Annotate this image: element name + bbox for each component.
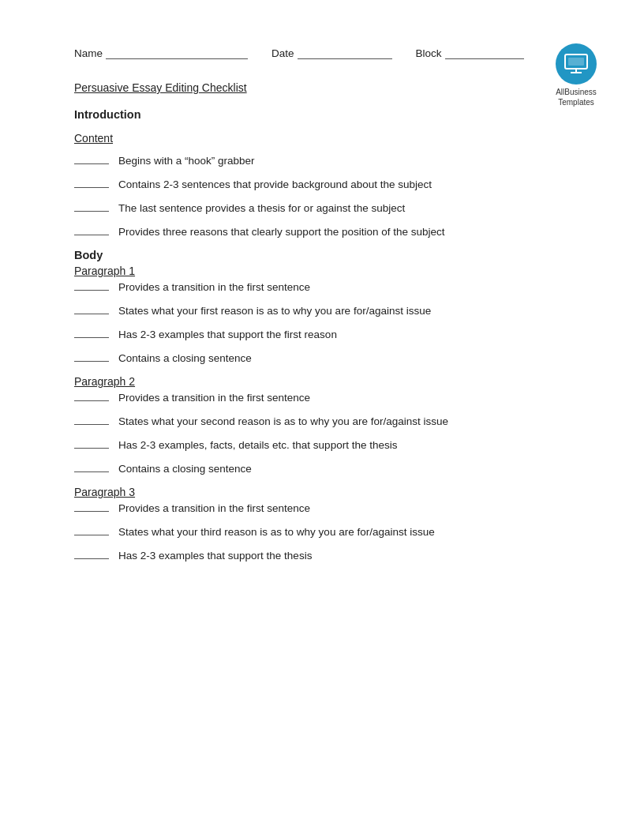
blank-4 bbox=[74, 225, 109, 235]
intro-item-3: The last sentence provides a thesis for … bbox=[74, 201, 570, 214]
introduction-heading: Introduction bbox=[74, 108, 570, 121]
date-line bbox=[298, 48, 392, 59]
paragraph3-heading: Paragraph 3 bbox=[74, 486, 570, 498]
p1-item-1: Provides a transition in the first sente… bbox=[74, 280, 570, 293]
logo-area: AllBusinessTemplates bbox=[556, 43, 597, 107]
p1-item-3: Has 2-3 examples that support the first … bbox=[74, 328, 570, 340]
logo-text: AllBusinessTemplates bbox=[556, 87, 597, 107]
block-field: Block bbox=[416, 47, 548, 59]
intro-item-1: Begins with a “hook” grabber bbox=[74, 154, 570, 167]
p2-item-4: Contains a closing sentence bbox=[74, 462, 570, 475]
blank-p2-4 bbox=[74, 462, 109, 472]
body-heading: Body bbox=[74, 249, 570, 261]
p3-item-2: States what your third reason is as to w… bbox=[74, 525, 570, 538]
blank-p2-2 bbox=[74, 415, 109, 425]
blank-2 bbox=[74, 178, 109, 188]
p3-item-1: Provides a transition in the first sente… bbox=[74, 502, 570, 514]
name-field: Name bbox=[74, 47, 271, 59]
p2-item-3: Has 2-3 examples, facts, details etc. th… bbox=[74, 438, 570, 451]
intro-item-4: Provides three reasons that clearly supp… bbox=[74, 225, 570, 238]
name-line bbox=[106, 48, 248, 59]
date-label: Date bbox=[271, 47, 294, 59]
svg-rect-3 bbox=[568, 58, 584, 66]
paragraph2-heading: Paragraph 2 bbox=[74, 375, 570, 388]
block-label: Block bbox=[416, 47, 442, 59]
blank-1 bbox=[74, 154, 109, 164]
introduction-items: Begins with a “hook” grabber Contains 2-… bbox=[74, 154, 570, 238]
blank-3 bbox=[74, 201, 109, 212]
p2-item-1: Provides a transition in the first sente… bbox=[74, 391, 570, 404]
doc-title: Persuasive Essay Editing Checklist bbox=[74, 81, 570, 94]
blank-p1-2 bbox=[74, 304, 109, 314]
blank-p2-1 bbox=[74, 391, 109, 401]
p1-item-2: States what your first reason is as to w… bbox=[74, 304, 570, 317]
paragraph1-heading: Paragraph 1 bbox=[74, 265, 570, 277]
name-label: Name bbox=[74, 47, 103, 59]
monitor-icon bbox=[564, 54, 588, 74]
blank-p1-3 bbox=[74, 328, 109, 338]
blank-p3-2 bbox=[74, 525, 109, 535]
blank-p1-1 bbox=[74, 280, 109, 291]
blank-p1-4 bbox=[74, 351, 109, 362]
date-field: Date bbox=[271, 47, 416, 59]
blank-p3-1 bbox=[74, 502, 109, 512]
logo-circle bbox=[556, 43, 597, 85]
p3-item-3: Has 2-3 examples that support the thesis bbox=[74, 549, 570, 562]
block-line bbox=[445, 48, 524, 59]
intro-item-2: Contains 2-3 sentences that provide back… bbox=[74, 178, 570, 190]
blank-p2-3 bbox=[74, 438, 109, 449]
paragraph3-items: Provides a transition in the first sente… bbox=[74, 502, 570, 562]
paragraph2-items: Provides a transition in the first sente… bbox=[74, 391, 570, 475]
paragraph1-items: Provides a transition in the first sente… bbox=[74, 280, 570, 364]
p1-item-4: Contains a closing sentence bbox=[74, 351, 570, 364]
blank-p3-3 bbox=[74, 549, 109, 559]
header-row: Name Date Block bbox=[74, 47, 570, 59]
p2-item-2: States what your second reason is as to … bbox=[74, 415, 570, 427]
content-label: Content bbox=[74, 132, 570, 145]
